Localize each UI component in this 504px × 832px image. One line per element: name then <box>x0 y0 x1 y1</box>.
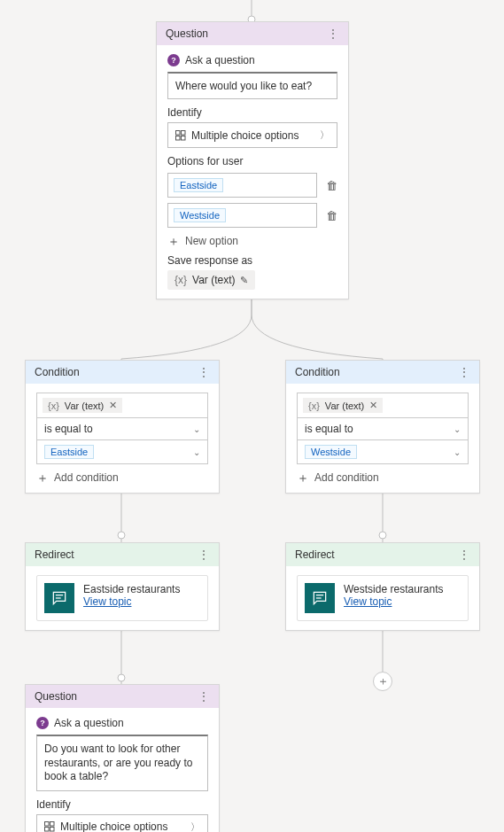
identify-value: Multiple choice options <box>191 129 299 142</box>
chat-icon <box>305 583 335 613</box>
condition-variable-select[interactable]: {x} Var (text) ✕ <box>297 393 469 418</box>
remove-variable-icon[interactable]: ✕ <box>369 400 377 411</box>
identify-value: Multiple choice options <box>60 820 167 832</box>
chevron-down-icon: ⌄ <box>193 447 200 457</box>
identify-select[interactable]: Multiple choice options 〉 <box>167 122 337 148</box>
add-node-button[interactable]: ＋ <box>373 672 392 691</box>
redirect-node-2: Redirect ⋮ Westside restaurants View top… <box>285 542 480 631</box>
redirect-title: Eastside restaurants <box>83 583 180 595</box>
variable-chip[interactable]: {x} Var (text) ✎ <box>167 270 255 290</box>
edit-variable-icon[interactable]: ✎ <box>240 275 248 286</box>
condition-variable-select[interactable]: {x} Var (text) ✕ <box>36 393 208 418</box>
variable-brace-icon: {x} <box>174 274 187 286</box>
question-node-2: Question ⋮ ? Ask a question Do you want … <box>25 684 220 832</box>
condition-node-1: Condition ⋮ {x} Var (text) ✕ is equal to… <box>25 360 220 494</box>
node-type-label: Condition <box>35 366 80 378</box>
variable-brace-icon: {x} <box>48 400 59 411</box>
node-type-label: Redirect <box>35 548 74 561</box>
option-input-2[interactable]: Westside <box>167 203 317 228</box>
node-type-label: Question <box>35 690 77 703</box>
node-menu-icon[interactable]: ⋮ <box>198 550 210 559</box>
add-condition-button[interactable]: ＋ Add condition <box>297 471 469 484</box>
option-row: Eastside 🗑 <box>167 173 337 198</box>
question-text-input[interactable]: Do you want to look for other restaurant… <box>36 735 208 791</box>
svg-rect-20 <box>50 828 55 832</box>
option-chip: Eastside <box>174 178 223 192</box>
question-icon: ? <box>36 717 49 729</box>
svg-rect-11 <box>176 136 181 140</box>
operator-value: is equal to <box>44 423 93 435</box>
new-option-button[interactable]: ＋ New option <box>167 235 337 247</box>
svg-rect-9 <box>176 130 181 135</box>
svg-point-3 <box>118 532 125 539</box>
node-menu-icon[interactable]: ⋮ <box>458 550 470 559</box>
view-topic-link[interactable]: View topic <box>83 595 131 608</box>
value-select[interactable]: Eastside ⌄ <box>36 440 208 464</box>
redirect-node-1: Redirect ⋮ Eastside restaurants View top… <box>25 542 220 631</box>
condition-header: Condition ⋮ <box>26 361 219 384</box>
redirect-header: Redirect ⋮ <box>26 543 219 566</box>
remove-variable-icon[interactable]: ✕ <box>109 400 117 411</box>
redirect-card: Eastside restaurants View topic <box>36 575 208 621</box>
node-menu-icon[interactable]: ⋮ <box>327 29 339 38</box>
svg-rect-19 <box>45 828 50 832</box>
question-node-1: Question ⋮ ? Ask a question Where would … <box>156 21 349 299</box>
chevron-right-icon: 〉 <box>320 128 330 142</box>
question-text-input[interactable]: Where would you like to eat? <box>167 72 337 99</box>
node-type-label: Redirect <box>295 548 335 561</box>
chevron-down-icon: ⌄ <box>454 447 461 457</box>
svg-point-5 <box>379 532 386 539</box>
add-condition-label: Add condition <box>314 471 379 484</box>
chevron-down-icon: ⌄ <box>454 424 461 434</box>
operator-value: is equal to <box>305 423 353 435</box>
value-select[interactable]: Westside ⌄ <box>297 440 469 464</box>
option-input-1[interactable]: Eastside <box>167 173 317 198</box>
node-menu-icon[interactable]: ⋮ <box>198 692 210 701</box>
chat-icon <box>44 583 74 613</box>
variable-brace-icon: {x} <box>308 400 320 411</box>
node-menu-icon[interactable]: ⋮ <box>198 368 210 377</box>
svg-rect-12 <box>182 136 186 140</box>
ask-question-label: Ask a question <box>185 54 255 66</box>
identify-select[interactable]: Multiple choice options 〉 <box>36 814 208 832</box>
redirect-title: Westside restaurants <box>344 583 444 595</box>
question-header: Question ⋮ <box>26 685 219 708</box>
plus-icon: ＋ <box>36 471 49 484</box>
chevron-down-icon: ⌄ <box>193 424 200 434</box>
variable-tag: {x} Var (text) ✕ <box>43 398 122 413</box>
variable-name: Var (text) <box>65 400 104 411</box>
multichoice-icon <box>44 821 55 832</box>
view-topic-link[interactable]: View topic <box>344 595 392 608</box>
option-chip: Westside <box>174 208 226 222</box>
options-label: Options for user <box>167 155 337 167</box>
identify-label: Identify <box>36 798 208 811</box>
condition-value: Westside <box>305 445 357 459</box>
chevron-right-icon: 〉 <box>190 820 200 832</box>
plus-icon: ＋ <box>167 235 180 247</box>
variable-name: Var (text) <box>192 274 235 286</box>
node-menu-icon[interactable]: ⋮ <box>458 368 470 377</box>
svg-rect-17 <box>45 822 50 827</box>
question-icon: ? <box>167 54 180 66</box>
save-response-label: Save response as <box>167 254 337 267</box>
option-row: Westside 🗑 <box>167 203 337 228</box>
redirect-header: Redirect ⋮ <box>286 543 479 566</box>
condition-header: Condition ⋮ <box>286 361 479 384</box>
new-option-label: New option <box>185 235 238 247</box>
variable-name: Var (text) <box>325 400 364 411</box>
plus-icon: ＋ <box>377 673 389 689</box>
delete-option-icon[interactable]: 🗑 <box>326 179 337 192</box>
operator-select[interactable]: is equal to ⌄ <box>36 418 208 440</box>
redirect-card: Westside restaurants View topic <box>297 575 469 621</box>
identify-label: Identify <box>167 106 337 119</box>
question-header: Question ⋮ <box>157 22 348 45</box>
svg-rect-18 <box>50 822 55 827</box>
operator-select[interactable]: is equal to ⌄ <box>297 418 469 440</box>
delete-option-icon[interactable]: 🗑 <box>326 209 337 222</box>
add-condition-label: Add condition <box>54 471 119 484</box>
node-type-label: Condition <box>295 366 340 378</box>
node-type-label: Question <box>166 27 208 40</box>
add-condition-button[interactable]: ＋ Add condition <box>36 471 208 484</box>
svg-point-7 <box>118 674 125 681</box>
multichoice-icon <box>175 130 186 141</box>
